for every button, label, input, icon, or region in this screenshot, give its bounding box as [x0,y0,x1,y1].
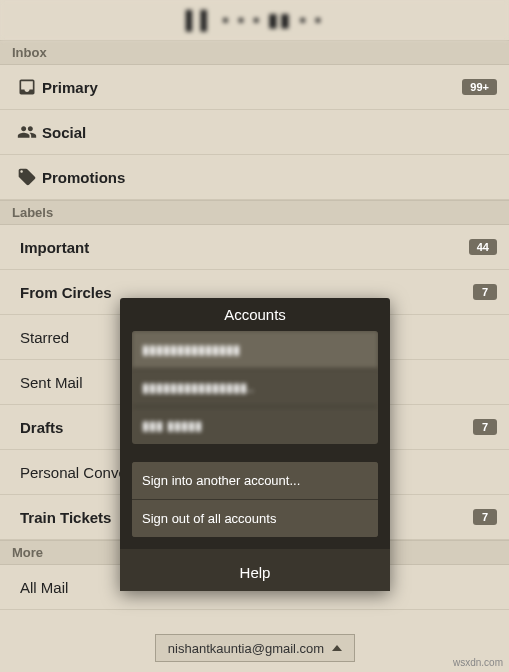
chevron-up-icon [332,645,342,651]
overlay-title: Accounts [120,298,390,331]
badge: 7 [473,419,497,435]
account-list: ▮▮▮▮▮▮▮▮▮▮▮▮▮▮ ▮▮▮▮▮▮▮▮▮▮▮▮▮▮▮.. ▮▮▮ ▮▮▮… [132,331,378,444]
label-text: Important [20,239,469,256]
inbox-icon [12,77,42,97]
badge: 44 [469,239,497,255]
label-important[interactable]: Important 44 [0,225,509,270]
help-button[interactable]: Help [120,549,390,591]
section-inbox: Inbox [0,40,509,65]
section-labels: Labels [0,200,509,225]
category-label: Social [42,124,497,141]
category-social[interactable]: Social [0,110,509,155]
app-header: ▌▌ ▪ ▪ ▪ ▮▮ ▪ ▪ [0,0,509,40]
account-chip[interactable]: nishantkauntia@gmail.com [155,634,355,662]
category-primary[interactable]: Primary 99+ [0,65,509,110]
category-promotions[interactable]: Promotions [0,155,509,200]
account-email: nishantkauntia@gmail.com [168,641,324,656]
category-label: Primary [42,79,462,96]
badge: 99+ [462,79,497,95]
account-item[interactable]: ▮▮▮▮▮▮▮▮▮▮▮▮▮▮▮.. [132,369,378,407]
account-item[interactable]: ▮▮▮ ▮▮▮▮▮ [132,407,378,444]
sign-in-another[interactable]: Sign into another account... [132,462,378,500]
people-icon [12,122,42,142]
accounts-overlay: Accounts ▮▮▮▮▮▮▮▮▮▮▮▮▮▮ ▮▮▮▮▮▮▮▮▮▮▮▮▮▮▮.… [120,298,390,591]
badge: 7 [473,284,497,300]
account-item[interactable]: ▮▮▮▮▮▮▮▮▮▮▮▮▮▮ [132,331,378,369]
tag-icon [12,167,42,187]
badge: 7 [473,509,497,525]
watermark: wsxdn.com [453,657,503,668]
category-label: Promotions [42,169,497,186]
account-actions: Sign into another account... Sign out of… [132,462,378,537]
sign-out-all[interactable]: Sign out of all accounts [132,500,378,537]
